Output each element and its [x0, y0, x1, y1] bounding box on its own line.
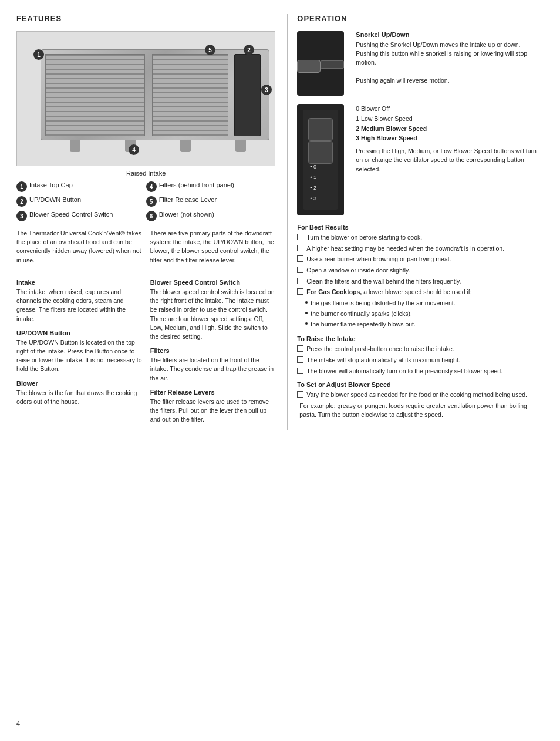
snorkel-button-img	[297, 60, 321, 73]
blower-text: The blower is the fan that draws the coo…	[16, 389, 142, 406]
bullet-text-2: the burner flame repeatedly blows out.	[311, 320, 416, 329]
part-item-1: 1 Intake Top Cap	[16, 181, 146, 192]
best-result-text-5: For Gas Cooktops, a lower blower speed s…	[306, 288, 471, 297]
operation-column: OPERATION Snorkel Up/Down Pushing the Sn…	[287, 14, 544, 430]
part-num-5: 5	[146, 196, 157, 207]
checkbox-icon-4	[297, 278, 303, 284]
speed-3-num: 3	[356, 134, 361, 142]
bullet-item-2: the burner flame repeatedly blows out.	[297, 320, 544, 329]
raise-checkbox-1	[297, 356, 303, 363]
speed-2: 2 Medium Blower Speed	[356, 124, 544, 134]
intro-text-1: The Thermador Universal Cook'n'Vent® tak…	[16, 229, 142, 265]
snorkel-text: Pushing the Snorkel Up/Down moves the in…	[356, 41, 544, 85]
operation-title: OPERATION	[297, 14, 544, 25]
part-item-4: 4 Filters (behind front panel)	[146, 181, 276, 192]
checkbox-icon-1	[297, 245, 303, 251]
speed-0: 0 Blower Off	[356, 104, 544, 114]
blower-speed-text: The blower speed control switch is locat…	[150, 288, 276, 341]
callout-1: 1	[33, 49, 44, 60]
filters-text: The filters are located on the front of …	[150, 356, 276, 383]
snorkel-image-box	[297, 31, 344, 96]
intake-section: Intake The intake, when raised, captures…	[16, 279, 142, 324]
appliance-leg	[180, 140, 191, 152]
best-result-text-0: Turn the blower on before starting to co…	[306, 233, 422, 242]
set-speed-checkbox-0	[297, 391, 303, 398]
bullet-dot-2	[305, 322, 308, 325]
speed-0-num: 0	[356, 105, 361, 112]
raise-text-2: The blower will automatically turn on to…	[306, 367, 502, 376]
features-title: FEATURES	[16, 14, 275, 25]
part-num-3: 3	[16, 211, 27, 221]
part-num-1: 1	[16, 181, 27, 192]
features-column: FEATURES 1 2 3 4 5	[16, 14, 287, 430]
set-speed-text-0: Vary the blower speed as needed for the …	[306, 390, 527, 399]
part-label-1: Intake Top Cap	[29, 181, 73, 188]
best-result-item-1: A higher heat setting may be needed when…	[297, 244, 544, 253]
bullet-dot-1	[305, 312, 308, 314]
checkbox-icon-2	[297, 255, 303, 262]
part-item-3: 3 Blower Speed Control Switch	[16, 211, 146, 221]
best-result-text-1: A higher heat setting may be needed when…	[306, 244, 504, 253]
raise-checkbox-0	[297, 345, 303, 352]
for-best-results-section: For Best Results Turn the blower on befo…	[297, 224, 544, 328]
part-label-6: Blower (not shown)	[159, 211, 214, 218]
bullet-text-0: the gas flame is being distorted by the …	[311, 299, 455, 308]
appliance-legs	[70, 140, 246, 152]
bullet-item-1: the burner continually sparks (clicks).	[297, 309, 544, 318]
speed-1-label: Low Blower Speed	[361, 115, 413, 122]
intro-text-2: There are five primary parts of the down…	[150, 229, 276, 265]
filter-release-title: Filter Release Levers	[150, 389, 276, 396]
speed-list: 0 Blower Off 1 Low Blower Speed 2 Medium…	[356, 104, 544, 143]
blower-title: Blower	[16, 380, 142, 387]
updown-title: UP/DOWN Button	[16, 329, 142, 336]
bullet-text-1: the burner continually sparks (clicks).	[311, 309, 412, 318]
appliance-leg	[235, 140, 246, 152]
part-label-2: UP/DOWN Button	[29, 196, 81, 203]
best-result-item-4: Clean the filters and the wall behind th…	[297, 277, 544, 286]
checkbox-icon-0	[297, 234, 303, 240]
speed-3: 3 High Blower Speed	[356, 133, 544, 143]
raise-item-1: The intake will stop automatically at it…	[297, 356, 544, 365]
appliance-grill-right	[152, 54, 228, 136]
for-best-results-title: For Best Results	[297, 224, 544, 231]
set-speed-section: To Set or Adjust Blower Speed Vary the b…	[297, 381, 544, 419]
page-number: 4	[16, 714, 544, 727]
best-result-text-3: Open a window or inside door slightly.	[306, 266, 410, 275]
page: FEATURES 1 2 3 4 5	[0, 0, 560, 741]
gas-cooktops-bold: For Gas Cooktops,	[306, 288, 362, 295]
snorkel-title: Snorkel Up/Down	[356, 31, 544, 38]
blower-section: Blower The blower is the fan that draws …	[16, 380, 142, 406]
appliance-grill-left	[45, 54, 145, 136]
parts-list: 1 Intake Top Cap 4 Filters (behind front…	[16, 181, 275, 223]
raise-checkbox-2	[297, 368, 303, 374]
speed-1: 1 Low Blower Speed	[356, 114, 544, 124]
part-label-4: Filters (behind front panel)	[159, 181, 234, 188]
raise-item-2: The blower will automatically turn on to…	[297, 367, 544, 376]
speed-desc-text: Pressing the High, Medium, or Low Blower…	[356, 147, 544, 174]
blower-speed-image-area: • 0 • 1 • 2 • 3	[297, 104, 350, 215]
best-result-text-2: Use a rear burner when browning or pan f…	[306, 255, 451, 264]
bullet-item-0: the gas flame is being distorted by the …	[297, 299, 544, 308]
callout-5: 5	[205, 45, 215, 55]
speed-1-num: 1	[356, 115, 361, 122]
gas-cooktops-rest: a lower blower speed should be used if:	[362, 288, 471, 295]
filters-title: Filters	[150, 347, 276, 354]
blower-speed-description: 0 Blower Off 1 Low Blower Speed 2 Medium…	[356, 104, 544, 215]
checkbox-icon-5	[297, 288, 303, 295]
filter-release-section: Filter Release Levers The filter release…	[150, 389, 276, 425]
snorkel-image-area	[297, 31, 350, 96]
snorkel-block: Snorkel Up/Down Pushing the Snorkel Up/D…	[297, 31, 544, 96]
part-num-6: 6	[146, 211, 157, 221]
intake-text: The intake, when raised, captures and ch…	[16, 288, 142, 324]
filter-release-text: The filter release levers are used to re…	[150, 398, 276, 425]
part-num-4: 4	[146, 181, 157, 192]
raise-text-0: Press the control push-button once to ra…	[306, 345, 454, 353]
snorkel-description: Snorkel Up/Down Pushing the Snorkel Up/D…	[356, 31, 544, 96]
raise-text-1: The intake will stop automatically at it…	[306, 356, 460, 365]
raise-intake-section: To Raise the Intake Press the control pu…	[297, 335, 544, 375]
part-num-2: 2	[16, 196, 27, 207]
checkbox-icon-3	[297, 267, 303, 273]
set-speed-title: To Set or Adjust Blower Speed	[297, 381, 544, 388]
best-result-text-4: Clean the filters and the wall behind th…	[306, 277, 461, 286]
diagram-label: Raised Intake	[16, 170, 275, 177]
